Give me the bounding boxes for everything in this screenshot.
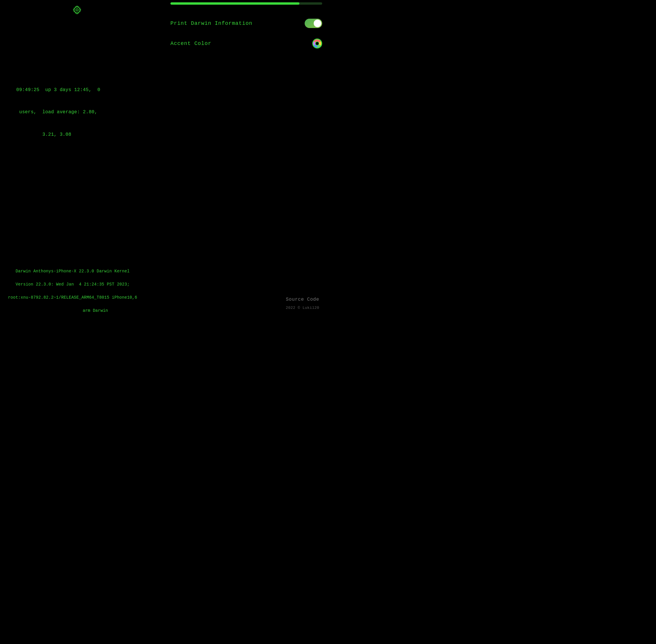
darwin-line3: root:xnu-8792.82.2~1/RELEASE_ARM64_T8015… bbox=[8, 295, 137, 300]
toggle-knob bbox=[314, 20, 321, 27]
uptime-line: 09:49:25 up 3 days 12:45, 0 bbox=[16, 87, 100, 93]
accent-color-label: Accent Color bbox=[170, 41, 211, 46]
progress-bar bbox=[170, 2, 322, 5]
load-line: 3.21, 3.08 bbox=[16, 132, 71, 137]
gear-icon-container[interactable] bbox=[72, 5, 82, 15]
accent-color-picker[interactable] bbox=[312, 39, 322, 48]
source-code-section: Source Code 2022 © Lukil20 bbox=[286, 297, 319, 310]
darwin-info: Darwin Anthonys-iPhone-X 22.3.0 Darwin K… bbox=[3, 261, 137, 314]
print-darwin-row: Print Darwin Information bbox=[170, 19, 322, 28]
accent-color-row: Accent Color bbox=[170, 39, 322, 48]
print-darwin-label: Print Darwin Information bbox=[170, 20, 252, 26]
progress-bar-fill bbox=[170, 2, 299, 5]
copyright-text: 2022 © Lukil20 bbox=[286, 306, 319, 310]
gear-icon bbox=[72, 5, 82, 15]
darwin-line2: Version 22.3.0: Wed Jan 4 21:24:35 PST 2… bbox=[16, 282, 130, 287]
darwin-line4: arm Darwin bbox=[37, 308, 108, 313]
color-circle-inner bbox=[315, 42, 319, 46]
svg-point-0 bbox=[76, 9, 78, 11]
source-code-link[interactable]: Source Code bbox=[286, 297, 319, 302]
print-darwin-toggle[interactable] bbox=[305, 19, 322, 28]
darwin-line1: Darwin Anthonys-iPhone-X 22.3.0 Darwin K… bbox=[16, 269, 130, 274]
users-line: users, load average: 2.80, bbox=[16, 110, 97, 115]
terminal-output: 09:49:25 up 3 days 12:45, 0 users, load … bbox=[10, 79, 100, 139]
settings-panel: Print Darwin Information Accent Color bbox=[165, 0, 328, 61]
